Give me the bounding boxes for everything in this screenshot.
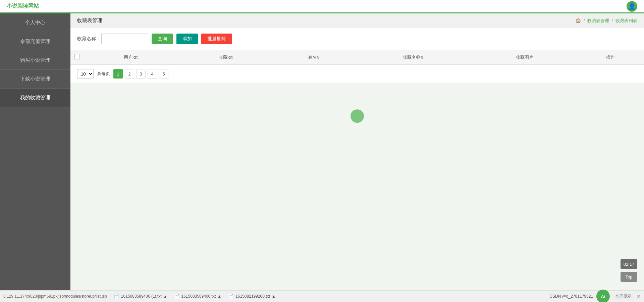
file-icon-3: 📄: [228, 294, 234, 299]
breadcrumb-sep2: /: [612, 18, 614, 23]
page-btn-3[interactable]: 3: [136, 69, 146, 79]
table-header-collect-id[interactable]: 收藏id⇅: [179, 50, 274, 65]
query-button[interactable]: 查询: [152, 34, 173, 44]
user-avatar[interactable]: 👤: [627, 1, 637, 12]
layout: 个人中心 余额充值管理 购买小说管理 下载小说管理 我的收藏管理 收藏表管理 🏠…: [0, 13, 644, 290]
sidebar-item-purchase[interactable]: 购买小说管理: [0, 51, 70, 70]
page-title: 收藏表管理: [77, 17, 102, 24]
header: 小说阅读网站 👤: [0, 0, 644, 13]
sidebar-item-favorites[interactable]: 我的收藏管理: [0, 89, 70, 107]
page-btn-2[interactable]: 2: [125, 69, 134, 79]
data-table: 用户id⇅ 收藏id⇅ 表名⇅ 收藏名称⇅ 收藏图片 操作: [70, 50, 644, 65]
file-name-3: 1615082199200.txt: [235, 294, 270, 299]
file-item-3: 📄 1615082199200.txt ▲: [228, 294, 276, 299]
bottom-files: 8.129.11.174:9023/jspm691px/jsp/modules/…: [3, 294, 276, 299]
fullscreen-button[interactable]: 全屏显示: [612, 293, 634, 300]
loading-spinner: [351, 109, 364, 123]
ai-badge[interactable]: Ai: [596, 290, 610, 302]
csdn-section: Ai 全屏显示 ✕: [596, 290, 641, 302]
bottom-right: CSDN @q_2781179521 Ai 全屏显示 ✕: [549, 290, 641, 302]
loading-area: [70, 83, 644, 150]
table-header-collect-image: 收藏图片: [472, 50, 577, 65]
file-item-2: 📄 1615083589406.txt ▲: [174, 294, 222, 299]
bottom-bar: 8.129.11.174:9023/jspm691px/jsp/modules/…: [0, 290, 644, 302]
close-button[interactable]: ✕: [637, 294, 641, 299]
breadcrumb: 🏠 / 收藏表管理 / 收藏表列表: [576, 18, 637, 24]
page-header: 收藏表管理 🏠 / 收藏表管理 / 收藏表列表: [70, 13, 644, 28]
sidebar-item-download[interactable]: 下载小说管理: [0, 70, 70, 89]
sidebar-item-personal[interactable]: 个人中心: [0, 13, 70, 32]
table-header-row: 用户id⇅ 收藏id⇅ 表名⇅ 收藏名称⇅ 收藏图片 操作: [70, 50, 644, 65]
select-all-checkbox[interactable]: [74, 54, 80, 59]
file-chevron-3[interactable]: ▲: [272, 294, 276, 299]
page-size-select[interactable]: 10 20 50: [77, 69, 94, 79]
breadcrumb-item1[interactable]: 收藏表管理: [587, 18, 609, 23]
file-chevron-2[interactable]: ▲: [217, 294, 221, 299]
filter-bar: 收藏名称 查询 添加 批量删除: [70, 28, 644, 50]
add-button[interactable]: 添加: [176, 34, 198, 44]
table-header-table-name[interactable]: 表名⇅: [274, 50, 354, 65]
main-content: 收藏表管理 🏠 / 收藏表管理 / 收藏表列表 收藏名称 查询 添加 批量删除: [70, 13, 644, 290]
filter-label: 收藏名称: [77, 36, 96, 42]
file-chevron-1[interactable]: ▲: [163, 294, 167, 299]
breadcrumb-item2[interactable]: 收藏表列表: [615, 18, 637, 23]
breadcrumb-sep1: /: [584, 18, 586, 23]
pagination-bar: 10 20 50 条每页 1 2 3 4 5: [70, 65, 644, 83]
page-btn-1[interactable]: 1: [113, 69, 123, 79]
page-btn-4[interactable]: 4: [148, 69, 157, 79]
file-name-1: 1615083589406 (1).txt: [121, 294, 162, 299]
file-icon-2: 📄: [174, 294, 180, 299]
table-header-collect-name[interactable]: 收藏名称⇅: [354, 50, 472, 65]
each-page-label: 条每页: [97, 71, 110, 77]
file-name-2: 1615083589406.txt: [181, 294, 216, 299]
url-label: 8.129.11.174:9023/jspm691px/jsp/modules/…: [3, 294, 107, 299]
sidebar: 个人中心 余额充值管理 购买小说管理 下载小说管理 我的收藏管理: [0, 13, 70, 290]
table-header-checkbox: [70, 50, 84, 65]
filter-input[interactable]: [101, 34, 148, 44]
page-btn-5[interactable]: 5: [159, 69, 168, 79]
float-buttons: 02:17 Top: [621, 259, 637, 282]
csdn-label: CSDN @q_2781179521: [549, 294, 593, 299]
table-wrap: 用户id⇅ 收藏id⇅ 表名⇅ 收藏名称⇅ 收藏图片 操作: [70, 50, 644, 65]
file-icon-1: 📄: [114, 294, 119, 299]
table-header-user-id[interactable]: 用户id⇅: [84, 50, 179, 65]
sidebar-item-balance[interactable]: 余额充值管理: [0, 32, 70, 51]
float-time: 02:17: [621, 259, 637, 269]
batch-delete-button[interactable]: 批量删除: [201, 34, 232, 44]
table-header-action: 操作: [577, 50, 644, 65]
site-title: 小说阅读网站: [7, 3, 39, 10]
breadcrumb-home[interactable]: 🏠: [576, 18, 581, 23]
float-top-button[interactable]: Top: [621, 272, 637, 282]
file-item-1: 📄 1615083589406 (1).txt ▲: [114, 294, 167, 299]
